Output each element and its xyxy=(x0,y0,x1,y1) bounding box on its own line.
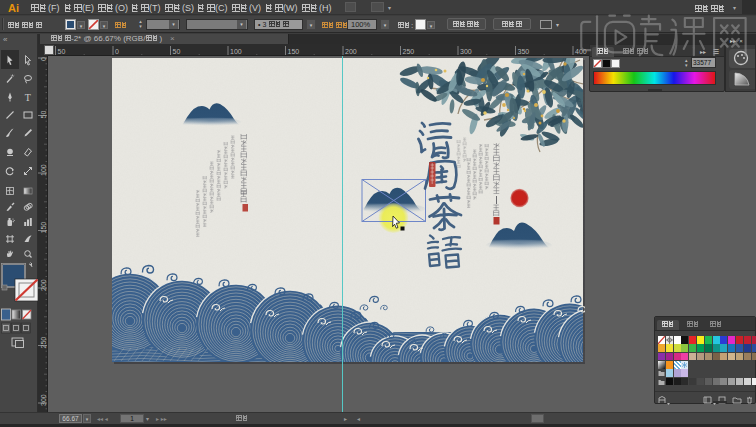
svg-text:T: T xyxy=(25,92,31,103)
svg-text:350: 350 xyxy=(518,48,530,55)
svg-text:300: 300 xyxy=(40,394,47,406)
svg-text:250: 250 xyxy=(403,48,415,55)
svg-text:«: « xyxy=(3,35,8,44)
svg-text:300: 300 xyxy=(460,48,472,55)
svg-text:150: 150 xyxy=(40,222,47,234)
svg-text:100: 100 xyxy=(230,48,242,55)
svg-text:150: 150 xyxy=(288,48,300,55)
svg-text:50: 50 xyxy=(173,48,181,55)
svg-text:100: 100 xyxy=(40,164,47,176)
svg-text:50: 50 xyxy=(58,48,66,55)
svg-text:250: 250 xyxy=(40,337,47,349)
svg-text:0: 0 xyxy=(115,48,119,55)
svg-text:50: 50 xyxy=(40,111,47,119)
svg-text:200: 200 xyxy=(345,48,357,55)
svg-text:200: 200 xyxy=(40,279,47,291)
svg-text:0: 0 xyxy=(40,57,47,61)
